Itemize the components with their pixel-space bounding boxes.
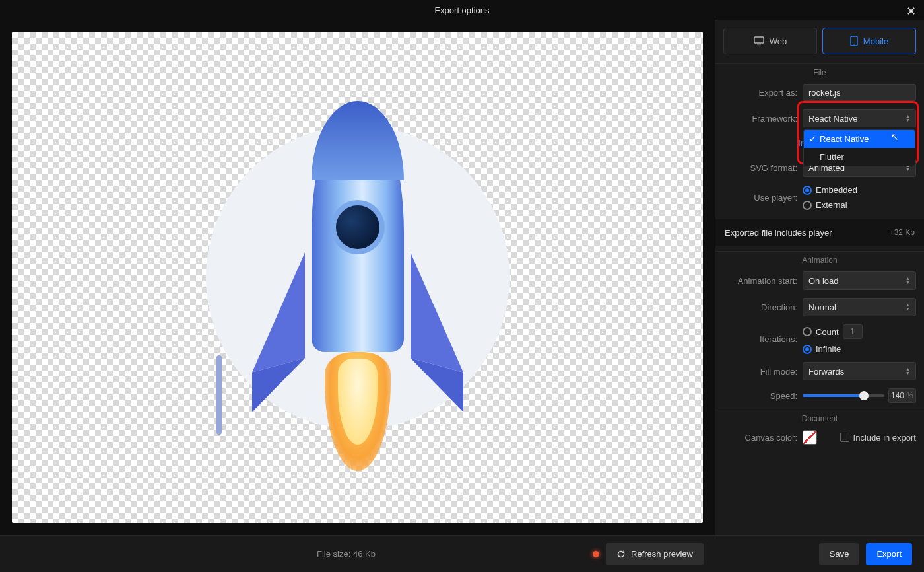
radio-icon	[803, 327, 812, 336]
framework-option-react-native[interactable]: React Native	[804, 130, 915, 148]
speed-label: Speed:	[723, 391, 797, 401]
svg-rect-1	[757, 44, 761, 44]
tab-web[interactable]: Web	[723, 28, 817, 54]
direction-label: Direction:	[723, 303, 797, 312]
window-title: Export options	[434, 5, 489, 15]
recording-dot-icon	[593, 551, 599, 557]
close-icon[interactable]: ✕	[906, 4, 916, 18]
rocket-icon	[259, 88, 457, 418]
section-file: File	[715, 63, 924, 80]
export-as-input[interactable]	[803, 84, 916, 101]
iterations-count-input[interactable]: 1	[843, 324, 863, 339]
section-animation: Animation	[715, 251, 924, 268]
title-bar: Export options ✕	[0, 0, 924, 20]
include-label: Include in export	[853, 433, 916, 443]
tab-web-label: Web	[770, 36, 787, 46]
export-as-label: Export as:	[723, 88, 797, 98]
framework-dropdown[interactable]: React Native Flutter	[803, 129, 915, 166]
preview-canvas	[12, 32, 703, 523]
stick-shape	[216, 355, 222, 435]
direction-value: Normal	[808, 303, 836, 312]
save-button[interactable]: Save	[819, 543, 860, 565]
animation-start-label: Animation start:	[723, 276, 797, 286]
refresh-icon	[616, 550, 626, 559]
framework-label: Framework:	[723, 114, 797, 124]
speed-slider[interactable]	[803, 389, 884, 402]
radio-icon	[803, 345, 812, 354]
banner-size: +32 Kb	[890, 228, 915, 237]
file-size-label: File size: 46 Kb	[317, 549, 376, 559]
radio-icon	[803, 186, 812, 195]
fill-mode-value: Forwards	[808, 367, 844, 376]
stepper-icon: ▲▼	[906, 367, 910, 375]
speed-value[interactable]: 140 %	[888, 388, 916, 403]
refresh-preview-button[interactable]: Refresh preview	[606, 543, 704, 565]
svg-rect-0	[754, 37, 764, 43]
iterations-infinite-radio[interactable]: Infinite	[803, 344, 841, 354]
monitor-icon	[754, 36, 764, 46]
slider-thumb[interactable]	[859, 391, 869, 400]
use-player-label: Use player:	[723, 193, 797, 203]
preview-panel	[0, 20, 715, 535]
framework-value: React Native	[808, 114, 857, 124]
player-embedded-radio[interactable]: Embedded	[803, 185, 857, 195]
stepper-icon: ▲▼	[906, 277, 910, 285]
stepper-icon: ▲▼	[906, 114, 910, 122]
mobile-icon	[850, 36, 858, 46]
svg-point-3	[853, 44, 855, 45]
banner-text: Exported file includes player	[725, 228, 832, 238]
animation-start-select[interactable]: On load ▲▼	[803, 271, 916, 290]
stepper-icon: ▲▼	[906, 303, 910, 311]
svg-format-label: SVG format:	[723, 163, 797, 173]
export-button[interactable]: Export	[866, 543, 912, 565]
fill-mode-label: Fill mode:	[723, 367, 797, 376]
canvas-color-swatch[interactable]	[803, 430, 817, 445]
footer-bar: File size: 46 Kb Refresh preview Save Ex…	[0, 535, 924, 572]
fill-mode-select[interactable]: Forwards ▲▼	[803, 362, 916, 380]
direction-select[interactable]: Normal ▲▼	[803, 298, 916, 316]
framework-select[interactable]: React Native ▲▼ React Native Flutter	[803, 109, 916, 127]
canvas-color-label: Canvas color:	[723, 433, 797, 443]
player-external-radio[interactable]: External	[803, 200, 847, 210]
animation-start-value: On load	[808, 276, 839, 286]
framework-option-flutter[interactable]: Flutter	[804, 148, 915, 166]
tab-mobile[interactable]: Mobile	[822, 28, 916, 54]
tab-mobile-label: Mobile	[863, 36, 888, 46]
iterations-label: Iterations:	[723, 334, 797, 344]
options-panel: Web Mobile File Export as: Framework: Re…	[715, 20, 924, 535]
iterations-count-radio[interactable]: Count 1	[803, 324, 863, 339]
section-document: Document	[715, 410, 924, 426]
radio-icon	[803, 201, 812, 210]
include-in-export-checkbox[interactable]	[840, 433, 849, 442]
player-size-banner: Exported file includes player +32 Kb	[715, 219, 924, 246]
